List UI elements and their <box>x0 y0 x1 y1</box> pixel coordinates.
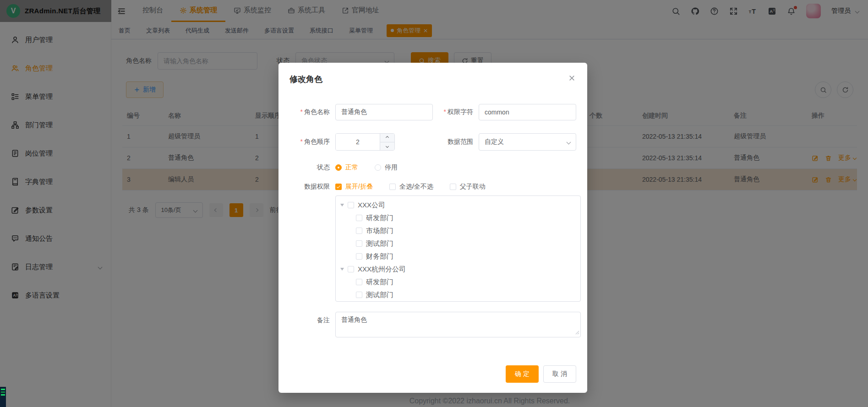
tree-node-2[interactable]: 市场部门 <box>336 224 580 237</box>
tree-node-5[interactable]: XXX杭州分公司 <box>336 263 580 276</box>
checkbox-icon[interactable] <box>356 279 362 285</box>
role-key-field-label: *权限字符 <box>433 108 479 116</box>
radio-icon <box>375 164 381 171</box>
dialog-title: 修改角色 <box>289 74 576 85</box>
radio-label: 停用 <box>385 163 398 172</box>
checkbox-label: 展开/折叠 <box>345 183 373 191</box>
confirm-button[interactable]: 确定 <box>506 365 539 383</box>
role-name-field-label: *角色名称 <box>289 108 335 116</box>
tree-node-1[interactable]: 研发部门 <box>336 212 580 224</box>
tree-node-label: XXX杭州分公司 <box>358 265 406 274</box>
checkbox-label: 全选/全不选 <box>399 183 433 191</box>
radio-label: 正常 <box>345 163 358 172</box>
checkbox-icon <box>389 184 396 190</box>
perf-bar <box>1 389 5 390</box>
tree-node-label: 财务部门 <box>366 252 393 261</box>
department-tree: XXX公司研发部门市场部门测试部门财务部门XXX杭州分公司研发部门测试部门 <box>335 195 581 302</box>
decrease-button[interactable] <box>380 142 394 151</box>
checkbox-label: 父子联动 <box>460 183 486 191</box>
tree-node-label: 研发部门 <box>366 278 393 287</box>
role-order-field-label: *角色顺序 <box>289 138 335 146</box>
checkbox-icon[interactable] <box>348 266 354 272</box>
tree-node-4[interactable]: 财务部门 <box>336 250 580 263</box>
data-scope-label: 数据范围 <box>433 138 479 146</box>
cancel-button[interactable]: 取消 <box>543 365 576 383</box>
caret-down-icon[interactable] <box>340 204 344 206</box>
increase-button[interactable] <box>380 134 394 142</box>
checkbox-icon[interactable] <box>348 202 354 208</box>
tree-node-7[interactable]: 测试部门 <box>336 288 580 301</box>
perm-checkbox-2[interactable]: 父子联动 <box>450 183 486 191</box>
dialog-close-button[interactable] <box>568 75 575 83</box>
status-field-label: 状态 <box>289 163 335 172</box>
checkbox-icon[interactable] <box>356 253 362 260</box>
checkbox-icon[interactable] <box>356 240 362 247</box>
checkbox-icon[interactable] <box>356 292 362 298</box>
role-order-input[interactable] <box>336 134 380 150</box>
perf-bar <box>1 391 5 393</box>
remark-field-label: 备注 <box>289 312 335 339</box>
tree-node-label: 测试部门 <box>366 239 393 248</box>
remark-textarea[interactable]: 普通角色 <box>335 312 581 337</box>
tree-node-0[interactable]: XXX公司 <box>336 199 580 212</box>
data-perm-label: 数据权限 <box>289 183 335 191</box>
radio-icon <box>335 164 342 171</box>
tree-node-label: 市场部门 <box>366 227 393 235</box>
role-order-stepper <box>335 133 395 151</box>
perm-checkbox-0[interactable]: 展开/折叠 <box>335 183 373 191</box>
close-icon <box>568 75 575 81</box>
chevron-down-icon <box>567 140 571 144</box>
edit-role-dialog: 修改角色 *角色名称 *权限字符 *角色顺序 <box>278 63 587 393</box>
status-radio-0[interactable]: 正常 <box>335 163 358 172</box>
data-scope-select[interactable]: 自定义 <box>479 133 576 151</box>
role-key-field[interactable] <box>479 104 576 120</box>
checkbox-icon[interactable] <box>356 228 362 234</box>
chevron-down-icon <box>386 145 389 148</box>
tree-node-label: 测试部门 <box>366 291 393 299</box>
checkbox-icon[interactable] <box>356 215 362 221</box>
tree-node-3[interactable]: 测试部门 <box>336 237 580 250</box>
checkbox-icon <box>335 184 342 190</box>
perf-widget <box>0 387 6 407</box>
status-radio-1[interactable]: 停用 <box>375 163 398 172</box>
perf-bar <box>1 394 5 396</box>
checkbox-icon <box>450 184 456 190</box>
tree-node-label: XXX公司 <box>358 201 385 210</box>
chevron-up-icon <box>386 136 389 139</box>
data-scope-value: 自定义 <box>485 138 504 146</box>
perm-checkbox-1[interactable]: 全选/全不选 <box>389 183 433 191</box>
tree-node-6[interactable]: 研发部门 <box>336 276 580 288</box>
caret-down-icon[interactable] <box>340 268 344 271</box>
resize-grip-icon[interactable] <box>575 328 579 336</box>
tree-node-label: 研发部门 <box>366 214 393 222</box>
role-name-field[interactable] <box>335 104 433 120</box>
